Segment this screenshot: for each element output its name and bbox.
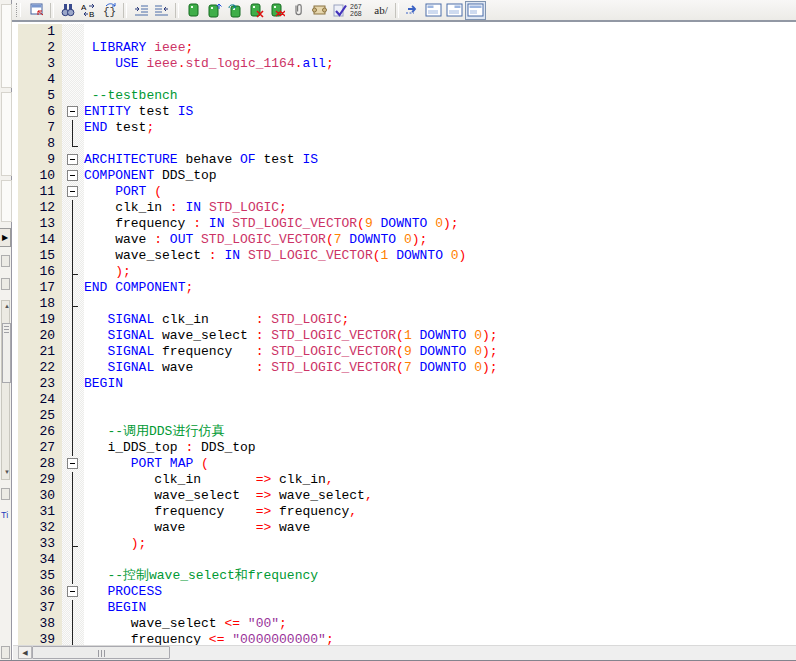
- line-number[interactable]: 16: [18, 264, 62, 280]
- line-number[interactable]: 25: [18, 408, 62, 424]
- code-line[interactable]: frequency : IN STD_LOGIC_VECTOR(9 DOWNTO…: [84, 216, 459, 232]
- line-number[interactable]: 3: [18, 56, 62, 72]
- code-line[interactable]: wave_select : IN STD_LOGIC_VECTOR(1 DOWN…: [84, 248, 466, 264]
- fold-collapse-box[interactable]: [67, 586, 78, 597]
- dock-scrollbar[interactable]: ▲ ▼: [1, 300, 10, 480]
- doc-view-2-icon[interactable]: [444, 1, 465, 19]
- code-line[interactable]: ENTITY test IS: [84, 104, 193, 120]
- line-number[interactable]: 14: [18, 232, 62, 248]
- dock-expand-button[interactable]: ▶: [0, 228, 11, 247]
- scroll-down-icon[interactable]: ▼: [4, 469, 10, 475]
- outdent-icon[interactable]: [151, 1, 172, 19]
- find-icon[interactable]: [57, 1, 78, 19]
- code-line[interactable]: --testbench: [84, 88, 178, 104]
- code-line[interactable]: i_DDS_top : DDS_top: [84, 440, 256, 456]
- fold-collapse-box[interactable]: [67, 186, 78, 197]
- code-line[interactable]: wave : OUT STD_LOGIC_VECTOR(7 DOWNTO 0);: [84, 232, 427, 248]
- line-number[interactable]: 21: [18, 344, 62, 360]
- line-number[interactable]: 15: [18, 248, 62, 264]
- line-number[interactable]: 39: [18, 632, 62, 646]
- code-line[interactable]: frequency <= "0000000000";: [84, 632, 334, 646]
- line-number[interactable]: 23: [18, 376, 62, 392]
- line-number[interactable]: 32: [18, 520, 62, 536]
- code-line[interactable]: wave_select <= "00";: [84, 616, 287, 632]
- fold-collapse-box[interactable]: [67, 458, 78, 469]
- code-line[interactable]: clk_in : IN STD_LOGIC;: [84, 200, 287, 216]
- code-line[interactable]: wave => wave: [84, 520, 310, 536]
- line-number[interactable]: 35: [18, 568, 62, 584]
- dock-scrollbar-thumb[interactable]: [2, 323, 11, 383]
- clear-all-bookmarks-icon[interactable]: [266, 1, 287, 19]
- code-line[interactable]: END COMPONENT;: [84, 280, 193, 296]
- code-line[interactable]: SIGNAL clk_in : STD_LOGIC;: [84, 312, 349, 328]
- code-line[interactable]: BEGIN: [84, 376, 123, 392]
- line-number[interactable]: 19: [18, 312, 62, 328]
- ab-slash-icon[interactable]: ab/: [370, 4, 392, 16]
- line-number[interactable]: 33: [18, 536, 62, 552]
- line-number[interactable]: 9: [18, 152, 62, 168]
- line-number[interactable]: 4: [18, 72, 62, 88]
- code-line[interactable]: frequency => frequency,: [84, 504, 357, 520]
- code-line[interactable]: SIGNAL frequency : STD_LOGIC_VECTOR(9 DO…: [84, 344, 498, 360]
- line-number[interactable]: 1: [18, 24, 62, 40]
- horizontal-scrollbar-thumb[interactable]: [32, 646, 170, 659]
- fold-collapse-box[interactable]: [67, 170, 78, 181]
- line-number[interactable]: 36: [18, 584, 62, 600]
- code-line[interactable]: wave_select => wave_select,: [84, 488, 373, 504]
- fold-collapse-box[interactable]: [67, 106, 78, 117]
- line-number[interactable]: 24: [18, 392, 62, 408]
- clear-bookmark-icon[interactable]: [245, 1, 266, 19]
- code-line[interactable]: PORT (: [84, 184, 162, 200]
- line-number[interactable]: 38: [18, 616, 62, 632]
- line-number[interactable]: 5: [18, 88, 62, 104]
- scroll-up-icon[interactable]: ▲: [4, 303, 10, 309]
- code-line[interactable]: --调用DDS进行仿真: [84, 424, 224, 440]
- line-number[interactable]: 29: [18, 472, 62, 488]
- line-number[interactable]: 34: [18, 552, 62, 568]
- line-number[interactable]: 30: [18, 488, 62, 504]
- code-line[interactable]: COMPONENT DDS_top: [84, 168, 217, 184]
- code-line[interactable]: clk_in => clk_in,: [84, 472, 334, 488]
- code-line[interactable]: ARCHITECTURE behave OF test IS: [84, 152, 318, 168]
- doc-view-3-icon[interactable]: [465, 1, 486, 20]
- doc-view-1-icon[interactable]: [423, 1, 444, 19]
- replace-icon[interactable]: AB: [78, 1, 99, 19]
- code-line[interactable]: SIGNAL wave_select : STD_LOGIC_VECTOR(1 …: [84, 328, 498, 344]
- line-number[interactable]: 13: [18, 216, 62, 232]
- spellcheck-icon[interactable]: [329, 1, 350, 19]
- toolbar-grip[interactable]: [16, 3, 21, 17]
- line-number[interactable]: 11: [18, 184, 62, 200]
- code-line[interactable]: PORT MAP (: [84, 456, 209, 472]
- next-bookmark-icon[interactable]: [203, 1, 224, 19]
- code-line[interactable]: );: [84, 536, 146, 552]
- line-number[interactable]: 7: [18, 120, 62, 136]
- scroll-left-icon[interactable]: ◀: [18, 646, 32, 659]
- match-brace-icon[interactable]: {}: [99, 1, 120, 19]
- jump-icon[interactable]: [402, 1, 423, 19]
- line-number[interactable]: 37: [18, 600, 62, 616]
- code-line[interactable]: END test;: [84, 120, 154, 136]
- line-number[interactable]: 31: [18, 504, 62, 520]
- dock-mini-button[interactable]: [1, 488, 10, 500]
- code-line[interactable]: );: [84, 264, 131, 280]
- horizontal-scrollbar[interactable]: ◀: [13, 645, 796, 660]
- line-number[interactable]: 6: [18, 104, 62, 120]
- line-number[interactable]: 10: [18, 168, 62, 184]
- line-number[interactable]: 22: [18, 360, 62, 376]
- line-number[interactable]: 2: [18, 40, 62, 56]
- dock-tab-label[interactable]: Ti: [1, 510, 8, 520]
- code-line[interactable]: BEGIN: [84, 600, 146, 616]
- line-number[interactable]: 27: [18, 440, 62, 456]
- code-line[interactable]: USE ieee.std_logic_1164.all;: [84, 56, 334, 72]
- code-line[interactable]: LIBRARY ieee;: [84, 40, 193, 56]
- toggle-bookmark-icon[interactable]: [182, 1, 203, 19]
- attach-icon[interactable]: [287, 1, 308, 19]
- code-editor[interactable]: 12 LIBRARY ieee;3 USE ieee.std_logic_116…: [12, 22, 796, 646]
- indent-icon[interactable]: [130, 1, 151, 19]
- dock-mini-button[interactable]: [1, 278, 10, 290]
- line-number[interactable]: 12: [18, 200, 62, 216]
- line-number[interactable]: 20: [18, 328, 62, 344]
- line-number[interactable]: 8: [18, 136, 62, 152]
- dock-mini-button[interactable]: [1, 255, 10, 267]
- goto-bookmark-icon[interactable]: [224, 1, 245, 19]
